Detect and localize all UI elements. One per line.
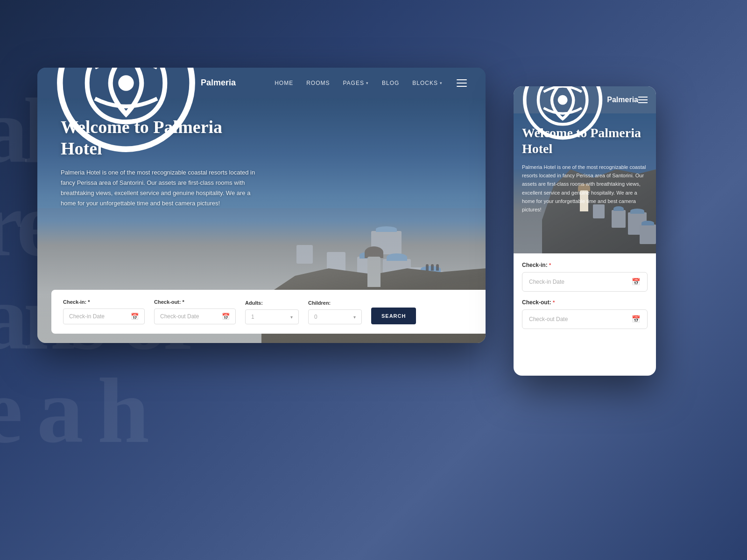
checkout-calendar-icon: 📅 xyxy=(222,313,230,320)
checkout-required: * xyxy=(183,299,184,305)
nav-link-blocks[interactable]: BLOCKS ▾ xyxy=(412,80,443,86)
mobile-hamburger-button[interactable] xyxy=(638,97,648,103)
mobile-checkin-input[interactable]: Check-in Date 📅 xyxy=(522,272,648,292)
pages-chevron-icon: ▾ xyxy=(366,81,369,85)
mobile-mockup: Palmeria Welcome to Palmeria Hotel Palme… xyxy=(514,86,656,376)
desktop-logo[interactable]: Palmeria xyxy=(56,68,236,153)
desktop-checkin-label: Check-in: * xyxy=(63,299,145,305)
svg-point-2 xyxy=(525,86,601,138)
mobile-checkin-label: Check-in: * xyxy=(522,262,648,268)
checkin-required: * xyxy=(88,299,90,305)
mobile-brand-name: Palmeria xyxy=(607,96,638,104)
desktop-nav-links: HOME ROOMS PAGES ▾ BLOG BLOCKS ▾ xyxy=(275,80,443,86)
svg-point-1 xyxy=(118,75,134,91)
nav-link-pages[interactable]: PAGES ▾ xyxy=(343,80,368,86)
palmeria-logo-icon xyxy=(56,68,196,153)
mobile-checkin-field: Check-in: * Check-in Date 📅 xyxy=(522,262,648,292)
mobile-checkout-field: Check-out: * Check-out Date 📅 xyxy=(522,299,648,329)
mobile-logo[interactable]: Palmeria xyxy=(522,86,638,140)
desktop-mockup: Palmeria HOME ROOMS PAGES ▾ BLOG BLOCKS … xyxy=(37,68,486,343)
desktop-children-label: Children: xyxy=(308,300,362,306)
blocks-chevron-icon: ▾ xyxy=(440,81,443,85)
adults-dropdown-icon: ▾ xyxy=(290,315,293,320)
desktop-checkin-field: Check-in: * Check-in Date 📅 xyxy=(63,299,145,324)
mobile-checkin-required: * xyxy=(549,262,551,268)
mobile-checkout-label: Check-out: * xyxy=(522,299,648,306)
nav-link-blog[interactable]: BLOG xyxy=(382,80,399,86)
desktop-brand-name: Palmeria xyxy=(201,78,236,88)
mobile-booking-section: Check-in: * Check-in Date 📅 Check-out: *… xyxy=(514,253,656,345)
desktop-checkin-input[interactable]: Check-in Date 📅 xyxy=(63,308,145,324)
mobile-checkin-calendar-icon: 📅 xyxy=(632,278,641,286)
desktop-navbar: Palmeria HOME ROOMS PAGES ▾ BLOG BLOCKS … xyxy=(37,68,486,98)
mobile-checkout-calendar-icon: 📅 xyxy=(632,315,641,323)
desktop-hero-description: Palmeria Hotel is one of the most recogn… xyxy=(61,168,266,209)
checkin-calendar-icon: 📅 xyxy=(131,313,139,320)
desktop-adults-select[interactable]: 1 ▾ xyxy=(245,309,299,324)
nav-link-home[interactable]: HOME xyxy=(275,80,293,86)
mobile-palmeria-logo-icon xyxy=(522,86,603,140)
desktop-booking-bar: Check-in: * Check-in Date 📅 Check-out: *… xyxy=(51,290,486,334)
desktop-search-button[interactable]: SEARCH xyxy=(371,308,416,324)
desktop-adults-label: Adults: xyxy=(245,300,299,306)
desktop-adults-field: Adults: 1 ▾ xyxy=(245,300,299,324)
mobile-checkout-input[interactable]: Check-out Date 📅 xyxy=(522,309,648,329)
mobile-navbar: Palmeria xyxy=(514,86,656,113)
mobile-checkout-required: * xyxy=(553,300,555,305)
desktop-hamburger-button[interactable] xyxy=(457,79,467,87)
desktop-checkout-label: Check-out: * xyxy=(154,299,236,305)
desktop-checkout-input[interactable]: Check-out Date 📅 xyxy=(154,308,236,324)
svg-point-3 xyxy=(558,95,568,105)
desktop-children-select[interactable]: 0 ▾ xyxy=(308,309,362,324)
desktop-checkout-field: Check-out: * Check-out Date 📅 xyxy=(154,299,236,324)
children-dropdown-icon: ▾ xyxy=(353,315,356,320)
desktop-children-field: Children: 0 ▾ xyxy=(308,300,362,324)
nav-link-rooms[interactable]: ROOMS xyxy=(306,80,330,86)
mobile-hero-description: Palmeria Hotel is one of the most recogn… xyxy=(522,163,648,214)
